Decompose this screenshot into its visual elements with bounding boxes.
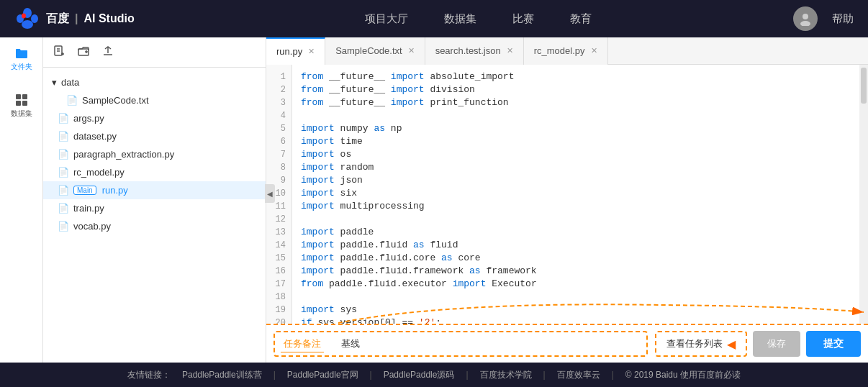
nav-education[interactable]: 教育 bbox=[570, 12, 592, 26]
tab-samplecode-close[interactable]: ✕ bbox=[408, 47, 415, 55]
file-name: SampleCode.txt bbox=[82, 95, 149, 106]
footer-divider: | bbox=[612, 370, 614, 380]
file-name: args.py bbox=[73, 113, 104, 124]
footer-link-source[interactable]: PaddlePaddle源码 bbox=[384, 369, 455, 381]
file-icon: 📄 bbox=[58, 167, 69, 178]
sidebar-data-label: 数据集 bbox=[11, 109, 32, 119]
footer-divider: | bbox=[370, 370, 372, 380]
save-button[interactable]: 保存 bbox=[753, 331, 800, 357]
code-editor[interactable]: 123456789101112131415161718192021222324 … bbox=[266, 65, 868, 324]
file-icon: 📄 bbox=[58, 113, 69, 124]
footer-divider: | bbox=[466, 370, 468, 380]
tab-search-test-close[interactable]: ✕ bbox=[507, 47, 513, 55]
svg-point-6 bbox=[800, 21, 810, 26]
view-task-list-button[interactable]: 查看任务列表 ◀ bbox=[655, 331, 747, 357]
new-folder-button[interactable] bbox=[75, 42, 92, 63]
tab-rc-model-label: rc_model.py bbox=[534, 45, 585, 56]
new-file-button[interactable] bbox=[50, 42, 68, 63]
file-name: train.py bbox=[73, 203, 104, 214]
svg-rect-9 bbox=[22, 94, 27, 99]
bottom-bar: 任务备注 基线 查看任务列表 ◀ 保存 提交 bbox=[266, 324, 868, 363]
tab-search-test[interactable]: search.test.json ✕ bbox=[425, 37, 524, 65]
footer-link-academy[interactable]: 百度技术学院 bbox=[480, 369, 532, 381]
scrollbar-thumb bbox=[861, 68, 867, 104]
task-note-tab[interactable]: 任务备注 bbox=[281, 336, 324, 352]
tab-search-test-label: search.test.json bbox=[435, 45, 501, 56]
tab-samplecode-label: SampleCode.txt bbox=[335, 45, 402, 56]
submit-button[interactable]: 提交 bbox=[806, 331, 861, 357]
main-badge: Main bbox=[73, 186, 96, 195]
main-area: 文件夹 数据集 bbox=[0, 37, 868, 363]
svg-point-3 bbox=[22, 20, 33, 29]
avatar[interactable] bbox=[793, 6, 818, 31]
list-item[interactable]: 📄 SampleCode.txt bbox=[43, 91, 266, 109]
list-item[interactable]: 📄 dataset.py bbox=[43, 127, 266, 145]
editor-area: run.py ✕ SampleCode.txt ✕ search.test.js… bbox=[266, 37, 868, 363]
footer-link-training[interactable]: PaddlePaddle训练营 bbox=[182, 369, 262, 381]
footer-prefix: 友情链接： bbox=[127, 369, 171, 381]
file-icon: 📄 bbox=[58, 203, 69, 214]
list-item[interactable]: 📄 train.py bbox=[43, 199, 266, 217]
tab-rc-model-close[interactable]: ✕ bbox=[591, 47, 597, 55]
svg-point-2 bbox=[31, 14, 38, 23]
sidebar-item-files[interactable]: 文件夹 bbox=[7, 45, 36, 73]
list-item-active[interactable]: 📄 Main run.py bbox=[43, 181, 266, 199]
nav-right: 帮助 bbox=[793, 6, 854, 31]
footer-divider: | bbox=[543, 370, 546, 380]
file-name: rc_model.py bbox=[73, 167, 125, 178]
brand-divider: | bbox=[75, 12, 78, 25]
brand-baidu: 百度 bbox=[46, 12, 69, 27]
brand-studio: AI Studio bbox=[83, 12, 134, 25]
list-item[interactable]: 📄 args.py bbox=[43, 109, 266, 127]
tabs-bar: run.py ✕ SampleCode.txt ✕ search.test.js… bbox=[266, 37, 868, 65]
file-icon: 📄 bbox=[58, 221, 69, 232]
file-name-active: run.py bbox=[102, 185, 128, 196]
sidebar-item-data[interactable]: 数据集 bbox=[7, 91, 36, 120]
upload-button[interactable] bbox=[99, 42, 117, 63]
file-name: dataset.py bbox=[73, 131, 117, 142]
svg-rect-8 bbox=[16, 94, 21, 99]
list-item[interactable]: 📄 vocab.py bbox=[43, 217, 266, 235]
navbar: 百度 | AI Studio 项目大厅 数据集 比赛 教育 帮助 bbox=[0, 0, 868, 37]
chevron-down-icon: ▾ bbox=[52, 77, 57, 88]
file-icon: 📄 bbox=[66, 95, 78, 106]
nav-projects[interactable]: 项目大厅 bbox=[365, 12, 408, 26]
list-item[interactable]: 📄 paragraph_extraction.py bbox=[43, 145, 266, 163]
file-icon: 📄 bbox=[58, 149, 69, 160]
user-icon bbox=[798, 12, 813, 26]
nav-datasets[interactable]: 数据集 bbox=[444, 12, 476, 26]
baidu-logo-icon bbox=[14, 6, 40, 32]
brand: 百度 | AI Studio bbox=[14, 6, 135, 32]
sidebar-files-label: 文件夹 bbox=[11, 62, 32, 72]
task-actions: 查看任务列表 ◀ 保存 提交 bbox=[655, 331, 861, 357]
tab-run-py[interactable]: run.py ✕ bbox=[266, 37, 325, 65]
help-link[interactable]: 帮助 bbox=[832, 12, 854, 26]
file-name: vocab.py bbox=[73, 221, 111, 232]
file-icon: 📄 bbox=[58, 185, 69, 196]
panel-collapse-arrow[interactable]: ◀ bbox=[265, 184, 275, 203]
file-panel: ▾ data 📄 SampleCode.txt 📄 args.py 📄 data… bbox=[43, 37, 266, 363]
footer-link-cloud[interactable]: 百度效率云 bbox=[557, 369, 600, 381]
svg-point-4 bbox=[22, 14, 26, 19]
tab-rc-model[interactable]: rc_model.py ✕ bbox=[524, 37, 608, 65]
tab-run-py-close[interactable]: ✕ bbox=[308, 47, 315, 55]
scrollbar[interactable] bbox=[859, 65, 868, 324]
baseline-tab[interactable]: 基线 bbox=[338, 336, 363, 352]
footer-copyright: © 2019 Baidu 使用百度前必读 bbox=[625, 369, 741, 381]
footer-link-official[interactable]: PaddlePaddle官网 bbox=[287, 369, 358, 381]
nav-competition[interactable]: 比赛 bbox=[512, 12, 534, 26]
task-note-input[interactable]: 任务备注 基线 bbox=[273, 331, 648, 357]
nav-links: 项目大厅 数据集 比赛 教育 bbox=[163, 12, 793, 26]
code-lines: from __future__ import absolute_import f… bbox=[292, 65, 868, 324]
file-icon: 📄 bbox=[58, 131, 69, 142]
footer: 友情链接： PaddlePaddle训练营 | PaddlePaddle官网 |… bbox=[0, 363, 868, 387]
tab-run-py-label: run.py bbox=[276, 46, 302, 57]
file-toolbar bbox=[43, 37, 266, 68]
upload-icon bbox=[102, 45, 114, 57]
list-item[interactable]: 📄 rc_model.py bbox=[43, 163, 266, 181]
tab-samplecode[interactable]: SampleCode.txt ✕ bbox=[325, 37, 425, 65]
new-folder-icon bbox=[78, 45, 89, 57]
code-content: 123456789101112131415161718192021222324 … bbox=[266, 65, 868, 324]
folder-data[interactable]: ▾ data bbox=[43, 73, 266, 91]
new-file-icon bbox=[53, 45, 65, 57]
